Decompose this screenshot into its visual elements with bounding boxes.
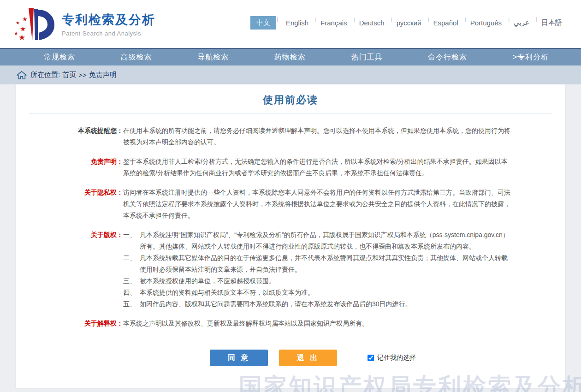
language-switcher: 中文 English Français Deutsch русский Espa… <box>250 16 568 30</box>
copyright-item: 四、 本系统提供的资料如与相关纸质文本不符，以纸质文本为准。 <box>123 287 513 298</box>
section-text: 鉴于本系统使用非人工检索/分析方式，无法确定您输入的条件进行是否合法，所以本系统… <box>123 156 565 179</box>
disclaimer-card: 使用前必读 本系统提醒您： 在使用本系统的所有功能之前，请您务必仔细阅读并透彻理… <box>16 84 565 388</box>
logo-icon: ★ ★ ★ ★ ★ <box>12 5 58 43</box>
nav-item-drug-search[interactable]: 药物检索 <box>274 53 306 62</box>
section-label: 本系统提醒您： <box>16 125 123 148</box>
section-label: 关于隐私权： <box>16 187 123 221</box>
lang-zh[interactable]: 中文 <box>250 16 276 30</box>
section-disclaimer: 免责声明： 鉴于本系统使用非人工检索/分析方式，无法确定您输入的条件进行是否合法… <box>16 156 565 179</box>
item-text: 凡本系统注明“国家知识产权局”、“专利检索及分析”的所有作品，其版权属于国家知识… <box>140 229 513 252</box>
item-number: 五、 <box>123 298 140 310</box>
main-nav: 常规检索 高级检索 导航检索 药物检索 热门工具 命令行检索 >专利分析 <box>0 48 581 65</box>
lang-en[interactable]: English <box>280 17 314 29</box>
site-subtitle: Patent Search and Analysis <box>62 30 155 37</box>
section-text: 本系统之声明以及其修改权、更新权及最终解释权均属本站以及国家知识产权局所有。 <box>123 318 565 329</box>
breadcrumb-prefix: 所在位置: <box>30 71 60 79</box>
section-text: 在使用本系统的所有功能之前，请您务必仔细阅读并透彻理解本声明。您可以选择不使用本… <box>123 125 565 148</box>
item-text: 本系统提供的资料如与相关纸质文本不符，以纸质文本为准。 <box>140 287 513 298</box>
lang-es[interactable]: Español <box>427 17 464 29</box>
item-number: 一、 <box>123 229 140 252</box>
logo[interactable]: ★ ★ ★ ★ ★ 专利检索及分析 Patent Search and Anal… <box>12 5 155 43</box>
section-label: 免责声明： <box>16 156 123 179</box>
remember-choice[interactable]: 记住我的选择 <box>368 354 416 362</box>
star-icon: ★ <box>20 25 26 32</box>
lang-ru[interactable]: русский <box>391 17 427 29</box>
lang-pt[interactable]: Português <box>464 17 508 29</box>
breadcrumb: 所在位置: 首页 >> 免责声明 <box>0 65 581 84</box>
page-title: 使用前必读 <box>16 93 565 107</box>
nav-item-navigation-search[interactable]: 导航检索 <box>197 53 229 62</box>
copyright-item: 一、 凡本系统注明“国家知识产权局”、“专利检索及分析”的所有作品，其版权属于国… <box>123 229 513 252</box>
nav-item-command-search[interactable]: 命令行检索 <box>428 53 467 62</box>
copyright-item: 二、 凡本系统转载其它媒体作品的目的在于传递更多信息，并不代表本系统赞同其观点和… <box>123 252 513 275</box>
nav-item-general-search[interactable]: 常规检索 <box>44 53 75 62</box>
section-privacy: 关于隐私权： 访问者在本系统注册时提供的一些个人资料，本系统除您本人同意外不会将… <box>16 187 565 221</box>
site-title: 专利检索及分析 <box>62 12 155 28</box>
star-icon: ★ <box>22 16 28 22</box>
nav-item-advanced-search[interactable]: 高级检索 <box>121 53 152 62</box>
section-interpretation: 关于解释权： 本系统之声明以及其修改权、更新权及最终解释权均属本站以及国家知识产… <box>16 318 565 329</box>
section-reminder: 本系统提醒您： 在使用本系统的所有功能之前，请您务必仔细阅读并透彻理解本声明。您… <box>16 125 565 148</box>
breadcrumb-current: 免责声明 <box>89 71 117 79</box>
breadcrumb-home-link[interactable]: 首页 <box>62 71 76 79</box>
remember-label: 记住我的选择 <box>377 354 416 362</box>
section-text: 访问者在本系统注册时提供的一些个人资料，本系统除您本人同意外不会将用户的任何资料… <box>123 187 565 221</box>
copyright-item: 三、 被本系统授权使用的单位，不应超越授权范围。 <box>123 275 513 287</box>
breadcrumb-separator: >> <box>78 71 87 79</box>
section-label: 关于版权： <box>16 229 123 310</box>
nav-item-hot-tools[interactable]: 热门工具 <box>351 53 382 62</box>
copyright-item: 五、 如因作品内容、版权和其它问题需要同本系统联系的，请在本系统发布该作品后的3… <box>123 298 513 310</box>
remember-checkbox[interactable] <box>368 355 374 361</box>
home-icon[interactable] <box>17 71 27 80</box>
lang-ja[interactable]: 日本語 <box>535 16 568 30</box>
item-text: 如因作品内容、版权和其它问题需要同本系统联系的，请在本系统发布该作品后的30日内… <box>140 298 513 310</box>
item-text: 被本系统授权使用的单位，不应超越授权范围。 <box>140 275 513 287</box>
action-bar: 同 意 退 出 记住我的选择 <box>16 350 565 366</box>
agree-button[interactable]: 同 意 <box>210 350 268 366</box>
item-number: 四、 <box>123 287 140 298</box>
site-header: ★ ★ ★ ★ ★ 专利检索及分析 Patent Search and Anal… <box>0 0 581 48</box>
title-divider <box>29 113 552 113</box>
lang-ar[interactable]: عربي <box>508 16 535 29</box>
section-label: 关于解释权： <box>16 318 123 329</box>
item-number: 三、 <box>123 275 140 287</box>
logo-text: 专利检索及分析 Patent Search and Analysis <box>62 12 155 37</box>
star-icon: ★ <box>14 31 18 36</box>
section-text: 一、 凡本系统注明“国家知识产权局”、“专利检索及分析”的所有作品，其版权属于国… <box>123 229 565 310</box>
exit-button[interactable]: 退 出 <box>279 350 337 366</box>
star-icon: ★ <box>18 34 25 42</box>
item-number: 二、 <box>123 252 140 275</box>
star-icon: ★ <box>16 21 20 25</box>
disclaimer-sections: 本系统提醒您： 在使用本系统的所有功能之前，请您务必仔细阅读并透彻理解本声明。您… <box>16 125 565 329</box>
item-text: 凡本系统转载其它媒体作品的目的在于传递更多信息，并不代表本系统赞同其观点和对其真… <box>140 252 513 275</box>
section-copyright: 关于版权： 一、 凡本系统注明“国家知识产权局”、“专利检索及分析”的所有作品，… <box>16 229 565 310</box>
lang-fr[interactable]: Français <box>314 17 353 29</box>
nav-item-patent-analysis[interactable]: >专利分析 <box>513 53 549 62</box>
lang-de[interactable]: Deutsch <box>353 17 391 29</box>
